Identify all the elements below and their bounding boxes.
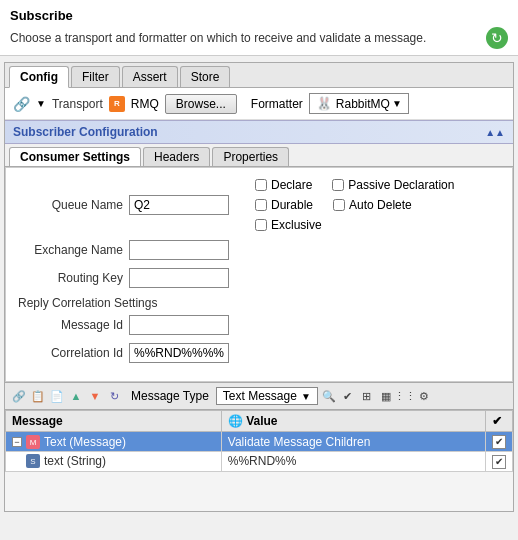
col-value: 🌐 Value [221,411,485,432]
tab-filter[interactable]: Filter [71,66,120,87]
copy-icon[interactable]: 📋 [30,388,46,404]
page-title: Subscribe [10,8,508,23]
link-icon: 🔗 [13,96,30,112]
durable-item: Durable [255,198,313,212]
message-type-value[interactable]: Text Message ▼ [216,387,318,405]
exclusive-checkbox[interactable] [255,219,267,231]
row2-message-text: text (String) [44,454,106,468]
up-icon[interactable]: ▲ [68,388,84,404]
queue-name-label: Queue Name [18,198,123,212]
row1-message-text: Text (Message) [44,435,126,449]
message-table: Message 🌐 Value ✔ − M Text (Message) [5,410,513,472]
row1-message-cell: − M Text (Message) [12,435,126,449]
durable-checkbox[interactable] [255,199,267,211]
transport-value: RMQ [131,97,159,111]
dropdown-arrow-icon: ▼ [392,98,402,109]
queue-name-row: Queue Name Declare Passive Declaration [18,178,500,232]
col-message-label: Message [12,414,63,428]
row2-value-text: %%RND%% [228,454,297,468]
header-check-icon: ✔ [492,414,502,428]
auto-delete-checkbox[interactable] [333,199,345,211]
passive-declaration-item: Passive Declaration [332,178,454,192]
exchange-name-row: Exchange Name [18,240,500,260]
table-header-row: Message 🌐 Value ✔ [6,411,513,432]
queue-name-input[interactable] [129,195,229,215]
tab-assert[interactable]: Assert [122,66,178,87]
correlation-id-input[interactable] [129,343,229,363]
col-checkbox: ✔ [486,411,513,432]
collapse-button[interactable]: ▲▲ [485,127,505,138]
grid-icon3[interactable]: ⋮⋮ [397,388,413,404]
down-icon[interactable]: ▼ [87,388,103,404]
declare-checkbox[interactable] [255,179,267,191]
browse-button[interactable]: Browse... [165,94,237,114]
main-panel: Config Filter Assert Store 🔗 ▼ Transport… [4,62,514,512]
formatter-value: RabbitMQ [336,97,390,111]
declare-checkbox-item: Declare [255,178,312,192]
transport-label: Transport [52,97,103,111]
message-id-input[interactable] [129,315,229,335]
header-description: Choose a transport and formatter on whic… [10,27,508,49]
globe-icon: 🌐 [228,414,243,428]
tab-config[interactable]: Config [9,66,69,88]
tab-store[interactable]: Store [180,66,231,87]
tab-properties[interactable]: Properties [212,147,289,166]
validate-icon[interactable]: ✔ [340,388,356,404]
rmq-icon: R [109,96,125,112]
routing-key-input[interactable] [129,268,229,288]
tab-headers[interactable]: Headers [143,147,210,166]
settings-icon[interactable]: ⚙ [416,388,432,404]
message-id-row: Message Id [18,315,500,335]
exclusive-label: Exclusive [271,218,322,232]
durable-row: Durable Auto Delete [255,198,454,212]
formatter-label: Formatter [251,97,303,111]
message-type-label: Message Type [131,389,209,403]
link-icon2: 🔗 [11,388,27,404]
paste-icon[interactable]: 📄 [49,388,65,404]
exchange-name-label: Exchange Name [18,243,123,257]
auto-delete-item: Auto Delete [333,198,412,212]
refresh-icon[interactable]: ↻ [106,388,122,404]
message-id-label: Message Id [18,318,123,332]
declare-row: Declare Passive Declaration [255,178,454,192]
col-message: Message [6,411,222,432]
table-row[interactable]: − M Text (Message) Validate Message Chil… [6,432,513,452]
tab-consumer-settings[interactable]: Consumer Settings [9,147,141,166]
dropdown-icon: ▼ [301,391,311,402]
row2-checkbox[interactable]: ✔ [492,455,506,469]
header-icon: ↻ [486,27,508,49]
correlation-id-label: Correlation Id [18,346,123,360]
indent-spacer [12,454,22,468]
passive-declaration-checkbox[interactable] [332,179,344,191]
main-tab-bar: Config Filter Assert Store [5,63,513,88]
row2-value-cell: %%RND%% [221,452,485,472]
formatter-select[interactable]: 🐰 RabbitMQ ▼ [309,93,409,114]
subscriber-config-header: Subscriber Configuration ▲▲ [5,120,513,144]
grid-icon2[interactable]: ▦ [378,388,394,404]
grid-icon1[interactable]: ⊞ [359,388,375,404]
search-icon[interactable]: 🔍 [321,388,337,404]
routing-key-label: Routing Key [18,271,123,285]
col-value-label: Value [246,414,277,428]
routing-key-row: Routing Key [18,268,500,288]
consumer-settings-content: Queue Name Declare Passive Declaration [5,167,513,382]
string-type-icon: S [26,454,40,468]
declare-label: Declare [271,178,312,192]
row2-message-cell: S text (String) [6,452,222,472]
declare-group: Declare Passive Declaration Durable Auto [255,178,454,232]
table-row[interactable]: S text (String) %%RND%% ✔ [6,452,513,472]
auto-delete-label: Auto Delete [349,198,412,212]
durable-label: Durable [271,198,313,212]
row1-value-text: Validate Message Children [228,435,371,449]
exchange-name-input[interactable] [129,240,229,260]
subscriber-config-title: Subscriber Configuration [13,125,158,139]
exclusive-item: Exclusive [255,218,322,232]
reply-correlation-title: Reply Correlation Settings [18,296,500,310]
header: Subscribe Choose a transport and formatt… [0,0,518,56]
row1-checkbox[interactable]: ✔ [492,435,506,449]
transport-bar: 🔗 ▼ Transport R RMQ Browse... Formatter … [5,88,513,120]
row2-message-content: S text (String) [12,454,106,468]
expand-icon[interactable]: − [12,437,22,447]
message-type-bar: 🔗 📋 📄 ▲ ▼ ↻ Message Type Text Message ▼ … [5,382,513,410]
correlation-id-row: Correlation Id [18,343,500,363]
